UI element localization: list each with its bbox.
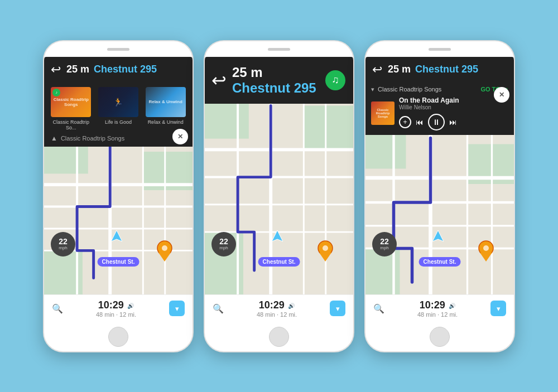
phone-3-speaker	[429, 48, 451, 51]
phone-3-bottom-bar: 🔍 10:29 🔊 48 min · 12 mi. ▾	[365, 294, 514, 322]
np-playlist-name: Classic Roadtrip Songs	[378, 86, 441, 93]
phone-1-nav-info: 25 m Chestnut 295	[66, 64, 157, 75]
phone-2-turn-arrow: ↩	[211, 70, 227, 91]
playlist-item-3[interactable]: Relax & Unwind Relax & Unwind	[146, 87, 186, 132]
phone-2-home-btn[interactable]	[269, 327, 289, 347]
phone-2-bottom-bar: 🔍 10:29 🔊 48 min · 12 mi. ▾	[205, 294, 353, 322]
phone-1-volume-icon[interactable]: 🔊	[127, 303, 134, 309]
svg-point-30	[323, 245, 328, 251]
phone-1-speed: 22	[59, 238, 68, 245]
np-artist: Willie Nelson	[399, 104, 508, 110]
phone-1-location-pin	[156, 240, 173, 264]
np-controls: + ⏮ ⏸ ⏭	[399, 114, 508, 130]
phone-1-bottom-center: 10:29 🔊 48 min · 12 mi.	[68, 299, 165, 318]
phone-3-chevron-button[interactable]: ▾	[490, 301, 506, 316]
phone-2-screen: ↩ 25 m Chestnut 295 ♫	[205, 57, 353, 322]
phone-2-street-label: Chestnut St.	[258, 257, 300, 267]
phone-3-volume-icon[interactable]: 🔊	[449, 303, 455, 309]
phone-3-street-label: Chestnut St.	[419, 257, 461, 267]
phone-1-duration: 48 min · 12 mi.	[68, 311, 165, 318]
phone-1-home-btn[interactable]	[108, 327, 128, 347]
phone-3-close-button[interactable]: ✕	[494, 87, 509, 103]
playlist-item-1[interactable]: Classic Roadtrip Songs ♪ Classic Roadtri…	[51, 87, 91, 132]
np-add-button[interactable]: +	[399, 116, 411, 128]
svg-rect-17	[205, 104, 249, 139]
np-prev-button[interactable]: ⏮	[416, 118, 424, 127]
playing-badge: ♪	[52, 89, 60, 96]
phone-1-close-button[interactable]: ✕	[172, 129, 188, 144]
playlist-item-2[interactable]: 🏃 Life is Good	[98, 87, 138, 132]
phone-1-map: 22 mph Chestnu	[44, 147, 193, 294]
playlist-footer-label: Classic Roadtrip Songs	[61, 135, 124, 142]
phone-3-home-btn[interactable]	[430, 327, 450, 347]
phone-3-location-pin	[478, 240, 494, 264]
phone-2-location-pin	[317, 240, 334, 264]
phone-3-distance: 25 m	[388, 64, 411, 75]
album-label-2: Life is Good	[105, 119, 132, 125]
phone-1-map-svg	[44, 147, 193, 294]
phone-3-speed: 22	[380, 238, 389, 245]
phone-2-speed-unit: mph	[219, 245, 228, 250]
phone-3-street: Chestnut 295	[415, 64, 478, 75]
np-pause-button[interactable]: ⏸	[428, 114, 445, 130]
phone-2-nav-info: 25 m Chestnut 295	[232, 65, 316, 96]
phone-1-bottom-bar: 🔍 10:29 🔊 48 min · 12 mi. ▾	[44, 294, 193, 322]
phone-3-speed-badge: 22 mph	[372, 232, 397, 257]
phone-2-nav-header: ↩ 25 m Chestnut 295 ♫	[205, 57, 353, 104]
phone-2-distance: 25 m	[232, 65, 316, 80]
svg-marker-15	[111, 230, 122, 241]
phone-3-bottom-center: 10:29 🔊 48 min · 12 mi.	[389, 299, 486, 318]
phone-3-turn-arrow: ↩	[372, 62, 382, 77]
album-label-3: Relax & Unwind	[148, 119, 184, 125]
svg-rect-33	[365, 135, 406, 169]
phone-1-search-icon[interactable]: 🔍	[52, 303, 63, 314]
svg-point-14	[162, 245, 167, 251]
phone-2-cur-pos	[272, 230, 283, 247]
phone-2-spotify-btn[interactable]: ♫	[325, 70, 345, 90]
phone-3-now-playing: ▾ Classic Roadtrip Songs GO TO ♫ Classic…	[365, 83, 514, 135]
phone-1-screen: ↩ 25 m Chestnut 295 Classic Roadtrip Son…	[44, 57, 193, 322]
album-art-3: Relax & Unwind	[146, 87, 186, 117]
phone-1-speed-badge: 22 mph	[51, 232, 75, 257]
phone-2-volume-icon[interactable]: 🔊	[288, 303, 295, 309]
np-header: ▾ Classic Roadtrip Songs GO TO ♫	[371, 86, 508, 93]
phone-1-turn-arrow: ↩	[51, 62, 61, 77]
svg-rect-1	[44, 147, 88, 173]
phone-3-duration: 48 min · 12 mi.	[389, 311, 486, 318]
phone-3-nav-info: 25 m Chestnut 295	[388, 64, 478, 75]
phone-2-speed-badge: 22 mph	[211, 232, 236, 257]
phone-2-street: Chestnut 295	[232, 80, 316, 96]
phone-1-nav-header: ↩ 25 m Chestnut 295	[44, 57, 193, 83]
album-art-1: Classic Roadtrip Songs ♪	[51, 87, 91, 117]
svg-point-46	[483, 245, 489, 251]
phone-1-chevron-button[interactable]: ▾	[169, 301, 185, 316]
phone-3-speed-unit: mph	[380, 245, 389, 250]
phone-1-distance: 25 m	[66, 64, 89, 75]
svg-marker-45	[480, 253, 492, 262]
phone-1-playlist-footer: ▲ Classic Roadtrip Songs	[50, 134, 187, 142]
album-art-2: 🏃	[98, 87, 138, 117]
np-next-button[interactable]: ⏭	[449, 118, 457, 127]
phone-2-search-icon[interactable]: 🔍	[213, 303, 224, 314]
phone-2-speed: 22	[219, 238, 228, 245]
phone-2-duration: 48 min · 12 mi.	[228, 311, 325, 318]
phone-2-map: 22 mph Chestnut St.	[205, 104, 353, 294]
phone-1-street-label: Chestnut St.	[98, 257, 140, 267]
svg-rect-18	[304, 105, 353, 149]
phone-1-street: Chestnut 295	[94, 64, 157, 75]
svg-marker-29	[319, 253, 331, 262]
phone-1: ↩ 25 m Chestnut 295 Classic Roadtrip Son…	[43, 40, 194, 352]
phone-3-search-icon[interactable]: 🔍	[373, 303, 384, 314]
phone-2-speaker	[268, 48, 290, 51]
phone-2-eta: 10:29 🔊	[228, 299, 325, 311]
svg-marker-31	[272, 230, 283, 241]
svg-marker-47	[432, 230, 444, 241]
phone-1-speaker	[107, 48, 129, 51]
phone-3-screen: ↩ 25 m Chestnut 295 ▾ Classic Roadtrip S…	[365, 57, 514, 322]
phone-3-map: 22 mph Chestnut St.	[365, 135, 514, 294]
phone-1-playlist-items: Classic Roadtrip Songs ♪ Classic Roadtri…	[50, 87, 187, 132]
np-album-art: Classic Roadtrip Songs	[371, 101, 395, 125]
phone-2-chevron-button[interactable]: ▾	[330, 301, 345, 316]
phone-3-nav-header: ↩ 25 m Chestnut 295	[365, 57, 514, 83]
np-dropdown-icon[interactable]: ▾	[371, 86, 374, 93]
